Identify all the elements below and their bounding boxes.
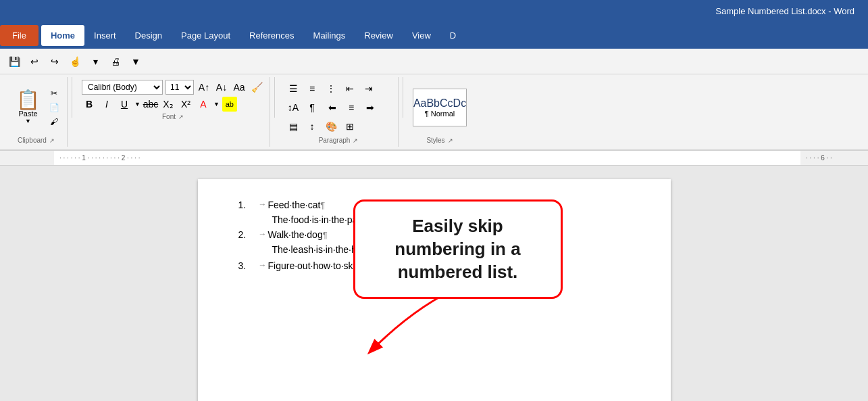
pilcrow-1: ¶ [320,200,325,210]
ruler: · · · · · · 1 · · · · · · · · · 2 · · · … [0,151,868,166]
paste-icon: 📋 [16,91,40,110]
align-center-button[interactable]: ≡ [342,99,360,116]
save-icon[interactable]: 💾 [5,53,23,70]
bold-button[interactable]: B [82,97,97,112]
paragraph-content: ☰ ≡ ⋮ ⇤ ⇥ ↕A ¶ ⬅ ≡ ➡ ▤ ↕ 🎨 ⊞ [284,80,392,135]
paste-button[interactable]: 📋 Paste ▼ [11,88,45,127]
dropdown-icon[interactable]: ▼ [127,53,145,70]
strikethrough-button[interactable]: abc [143,97,158,112]
styles-launcher-icon[interactable]: ↗ [448,137,453,144]
grow-font-button[interactable]: A↑ [197,80,211,95]
font-label: Font ↗ [162,113,184,120]
tab-arrow-2: → [259,229,267,239]
clipboard-content: 📋 Paste ▼ ✂ 📄 🖌 [11,80,61,135]
list-num-1: 1. [238,199,259,210]
undo-icon[interactable]: ↩ [26,53,43,70]
more-icon[interactable]: ▾ [86,53,104,70]
font-size-select[interactable]: 11 [165,80,194,95]
quick-access-toolbar: 💾 ↩ ↪ ☝ ▾ 🖨 ▼ [0,49,868,74]
document-page: 1. → Feed·the·cat¶ The·food·is·in·the·pa… [198,179,671,401]
touch-icon[interactable]: ☝ [66,53,84,70]
justify-button[interactable]: ▤ [284,118,302,135]
list-num-3: 3. [238,260,259,271]
menu-mailings[interactable]: Mailings [304,25,355,46]
styles-group: AaBbCcDc ¶ Normal Styles ↗ [407,77,472,147]
ruler-markers: · · · · · · 1 · · · · · · · · · 2 · · · … [59,154,140,162]
font-color-dropdown[interactable]: ▼ [213,101,220,108]
numbering-button[interactable]: ≡ [303,80,321,97]
group-separator-3 [403,77,403,118]
font-controls: Calibri (Body) 11 A↑ A↓ Aa 🧹 B I U ▼ abc… [82,80,264,112]
show-formatting-button[interactable]: ¶ [303,99,321,116]
align-left-button[interactable]: ⬅ [324,99,341,116]
clear-format-button[interactable]: 🧹 [249,80,264,95]
superscript-button[interactable]: X² [178,97,193,112]
shading-button[interactable]: 🎨 [322,118,340,135]
clipboard-label: Clipboard ↗ [18,137,55,144]
align-right-button[interactable]: ➡ [361,99,379,116]
borders-button[interactable]: ⊞ [341,118,359,135]
redo-icon[interactable]: ↪ [46,53,63,70]
shrink-font-button[interactable]: A↓ [214,80,229,95]
cut-icon[interactable]: ✂ [47,87,61,100]
ruler-margin-left [0,151,54,165]
paragraph-label: Paragraph ↗ [319,137,359,144]
font-row-1: Calibri (Body) 11 A↑ A↓ Aa 🧹 [82,80,264,95]
styles-content: AaBbCcDc ¶ Normal [413,80,467,135]
underline-dropdown[interactable]: ▼ [134,101,141,108]
menu-page-layout[interactable]: Page Layout [172,25,240,46]
ruler-margin-right: · · · · 6 · · [800,151,868,165]
title-bar: Sample Numbered List.docx - Word [0,0,868,22]
callout-text: Easily skip numbering in a numbered list… [374,215,542,283]
subscript-button[interactable]: X₂ [161,97,176,112]
bullets-button[interactable]: ☰ [284,80,302,97]
multilevel-button[interactable]: ⋮ [322,80,340,97]
aabbcc-preview: AaBbCcDc [413,97,466,110]
group-separator-1 [72,77,72,118]
highlight-button[interactable]: ab [222,97,237,112]
styles-label: Styles ↗ [426,137,453,144]
normal-style-box[interactable]: AaBbCcDc ¶ Normal [413,89,467,126]
menu-view[interactable]: View [403,25,440,46]
list-text-1: Feed·the·cat¶ [268,199,326,210]
decrease-indent-button[interactable]: ⇤ [341,80,359,97]
paste-dropdown[interactable]: ▼ [25,118,31,124]
sort-button[interactable]: ↕A [284,99,302,116]
paste-label: Paste [18,110,37,118]
print-icon[interactable]: 🖨 [107,53,124,70]
menu-home[interactable]: Home [41,25,84,46]
clipboard-small-icons: ✂ 📄 🖌 [47,87,61,128]
menu-review[interactable]: Review [355,25,403,46]
underline-button[interactable]: U [117,97,132,112]
menu-file[interactable]: File [0,25,39,46]
ribbon: 📋 Paste ▼ ✂ 📄 🖌 Clipboard ↗ Calibri (Bod… [0,74,868,151]
tab-arrow-1: → [259,199,267,209]
font-row-2: B I U ▼ abc X₂ X² A ▼ ab [82,97,264,112]
ruler-white-area: · · · · · · 1 · · · · · · · · · 2 · · · … [54,151,800,165]
window-title: Sample Numbered List.docx - Word [715,6,854,16]
ruler-right-markers: · · · · 6 · · [806,154,832,162]
menu-more[interactable]: D [440,25,465,46]
menu-insert[interactable]: Insert [84,25,126,46]
paragraph-group: ☰ ≡ ⋮ ⇤ ⇥ ↕A ¶ ⬅ ≡ ➡ ▤ ↕ 🎨 ⊞ Paragraph ↗ [279,77,399,147]
font-launcher-icon[interactable]: ↗ [178,114,184,120]
font-name-select[interactable]: Calibri (Body) [82,80,163,95]
list-num-2: 2. [238,229,259,240]
line-spacing-button[interactable]: ↕ [303,118,321,135]
font-group: Calibri (Body) 11 A↑ A↓ Aa 🧹 B I U ▼ abc… [76,77,270,147]
font-color-button[interactable]: A [196,97,211,112]
paragraph-launcher-icon[interactable]: ↗ [353,137,358,144]
copy-icon[interactable]: 📄 [47,101,61,114]
pilcrow-2: ¶ [323,230,328,240]
format-painter-icon[interactable]: 🖌 [47,115,61,128]
tab-arrow-3: → [259,260,267,270]
menu-bar: File Home Insert Design Page Layout Refe… [0,22,868,49]
menu-references[interactable]: References [240,25,303,46]
group-separator-2 [274,77,275,118]
list-text-2: Walk·the·dog¶ [268,229,328,240]
italic-button[interactable]: I [99,97,114,112]
menu-design[interactable]: Design [126,25,172,46]
clipboard-launcher-icon[interactable]: ↗ [49,137,55,144]
increase-indent-button[interactable]: ⇥ [360,80,378,97]
change-case-button[interactable]: Aa [232,80,247,95]
